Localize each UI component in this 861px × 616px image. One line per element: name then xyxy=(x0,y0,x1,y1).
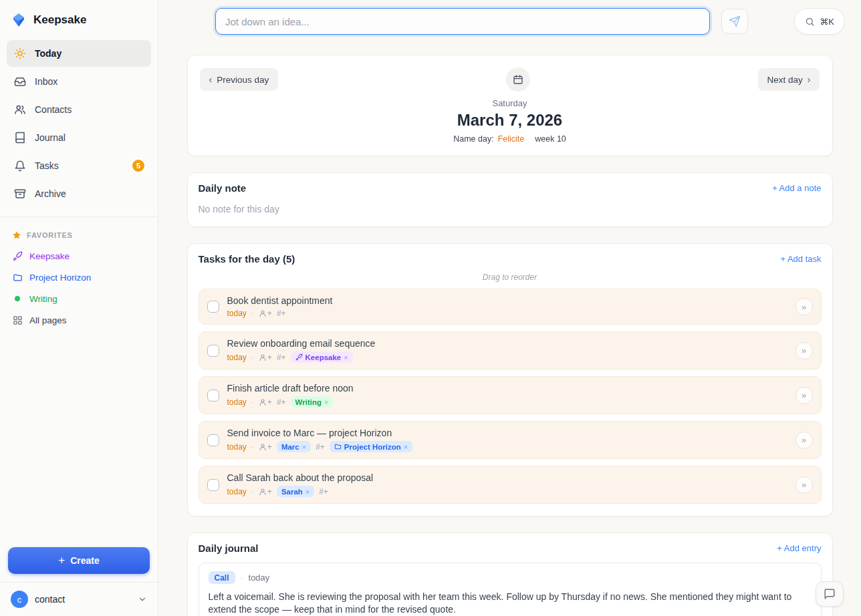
next-day-button[interactable]: Next day › xyxy=(758,68,820,91)
drag-to-reorder-hint: Drag to reorder xyxy=(199,273,822,282)
task-row[interactable]: Finish article draft before noon today ·… xyxy=(199,376,822,414)
task-checkbox[interactable] xyxy=(207,301,219,313)
archive-icon xyxy=(13,187,27,200)
create-button-label: Create xyxy=(70,555,100,566)
search-icon xyxy=(805,17,815,27)
favorite-item-writing[interactable]: Writing xyxy=(0,288,158,309)
calendar-button[interactable] xyxy=(506,67,530,92)
sidebar-item-contacts[interactable]: Contacts xyxy=(7,96,151,123)
sidebar: Keepsake Today Inbox Contacts Journal xyxy=(0,0,158,616)
task-row[interactable]: Send invoice to Marc — project Horizon t… xyxy=(199,421,822,459)
task-row[interactable]: Book dentist appointment today · + #+ » xyxy=(199,289,822,325)
add-person-button[interactable]: + xyxy=(259,353,272,362)
meta-separator: · xyxy=(251,398,254,407)
user-menu[interactable]: c contact xyxy=(0,582,158,616)
search-button[interactable]: ⌘K xyxy=(794,8,845,35)
person-tag-sarah[interactable]: Sarah × xyxy=(277,486,314,497)
date-nav-card: ‹ Previous day Next day › Saturday March… xyxy=(187,55,833,156)
expand-task-button[interactable]: » xyxy=(795,298,813,315)
task-title: Review onboarding email sequence xyxy=(227,338,787,349)
page-tag-project-horizon[interactable]: Project Horizon × xyxy=(330,441,412,452)
add-tag-button[interactable]: #+ xyxy=(277,398,286,407)
expand-task-button[interactable]: » xyxy=(795,476,813,494)
task-checkbox[interactable] xyxy=(207,345,219,357)
task-checkbox[interactable] xyxy=(207,434,219,446)
add-person-button[interactable]: + xyxy=(259,442,272,452)
add-tag-button[interactable]: #+ xyxy=(316,442,325,452)
sidebar-item-archive[interactable]: Archive xyxy=(7,180,151,207)
idea-input[interactable] xyxy=(215,8,710,35)
add-person-button[interactable]: + xyxy=(259,487,272,496)
sidebar-item-label: Contacts xyxy=(35,104,72,115)
expand-task-button[interactable]: » xyxy=(795,387,813,404)
add-person-button[interactable]: + xyxy=(259,398,272,407)
task-row[interactable]: Call Sarah back about the proposal today… xyxy=(199,466,822,504)
entry-text: Left a voicemail. She is reviewing the p… xyxy=(209,591,812,616)
task-title: Book dentist appointment xyxy=(227,295,787,306)
chevron-right-icon: › xyxy=(808,74,811,85)
sidebar-item-label: Today xyxy=(35,48,62,59)
sidebar-item-today[interactable]: Today xyxy=(7,40,151,67)
remove-tag-icon[interactable]: × xyxy=(344,353,348,361)
sidebar-item-label: Archive xyxy=(35,188,66,199)
task-checkbox[interactable] xyxy=(207,390,219,402)
task-row[interactable]: Review onboarding email sequence today ·… xyxy=(199,331,822,369)
tag-label: Sarah xyxy=(281,488,303,496)
topbar: ⌘K xyxy=(158,8,861,35)
task-date[interactable]: today xyxy=(227,353,247,362)
search-shortcut: ⌘K xyxy=(820,17,834,27)
rocket-icon xyxy=(12,251,23,261)
weekday-label: Saturday xyxy=(200,98,820,108)
page-tag-keepsake[interactable]: Keepsake × xyxy=(291,351,353,363)
page-tag-writing[interactable]: Writing × xyxy=(291,396,334,408)
sidebar-item-inbox[interactable]: Inbox xyxy=(7,68,151,95)
previous-day-button[interactable]: ‹ Previous day xyxy=(200,68,279,91)
journal-entry[interactable]: Call · today Left a voicemail. She is re… xyxy=(199,563,822,616)
task-date[interactable]: today xyxy=(227,487,247,496)
add-person-button[interactable]: + xyxy=(259,309,272,318)
task-date[interactable]: today xyxy=(227,398,247,407)
favorite-item-all-pages[interactable]: All pages xyxy=(0,309,158,331)
tag-label: Project Horizon xyxy=(344,443,401,451)
add-entry-link[interactable]: + Add entry xyxy=(777,543,821,553)
task-checkbox[interactable] xyxy=(207,479,219,491)
favorite-item-keepsake[interactable]: Keepsake xyxy=(0,245,158,267)
chat-button[interactable] xyxy=(816,581,844,607)
daily-note-card: Daily note + Add a note No note for this… xyxy=(187,172,833,227)
meta-separator: · xyxy=(251,442,254,452)
tasks-count-badge: 5 xyxy=(132,160,144,172)
sidebar-item-tasks[interactable]: Tasks 5 xyxy=(7,152,151,179)
sidebar-item-label: Inbox xyxy=(35,76,57,87)
remove-tag-icon[interactable]: × xyxy=(324,398,328,406)
favorites-header: FAVORITES xyxy=(0,216,158,245)
expand-task-button[interactable]: » xyxy=(795,342,813,359)
favorite-item-label: Keepsake xyxy=(29,251,70,261)
add-tag-button[interactable]: #+ xyxy=(277,353,286,362)
person-tag-marc[interactable]: Marc × xyxy=(277,441,311,452)
favorite-item-project-horizon[interactable]: Project Horizon xyxy=(0,267,158,288)
add-note-link[interactable]: + Add a note xyxy=(772,183,821,193)
bell-icon xyxy=(13,159,27,172)
sidebar-nav: Today Inbox Contacts Journal Tasks 5 xyxy=(0,37,158,207)
main-area: ⌘K ‹ Previous day Next day › xyxy=(158,0,861,616)
add-task-link[interactable]: + Add task xyxy=(780,254,821,264)
task-date[interactable]: today xyxy=(227,442,247,452)
favorite-item-label: Project Horizon xyxy=(29,273,91,283)
remove-tag-icon[interactable]: × xyxy=(302,443,306,451)
calendar-icon xyxy=(513,74,523,85)
remove-tag-icon[interactable]: × xyxy=(305,488,310,496)
send-button[interactable] xyxy=(721,9,748,34)
plus-icon: + xyxy=(58,554,65,567)
add-tag-button[interactable]: #+ xyxy=(319,487,328,496)
sidebar-item-journal[interactable]: Journal xyxy=(7,124,151,151)
remove-tag-icon[interactable]: × xyxy=(404,443,408,451)
expand-task-button[interactable]: » xyxy=(795,432,813,449)
add-tag-button[interactable]: #+ xyxy=(277,309,286,318)
chevron-left-icon: ‹ xyxy=(209,74,213,85)
content-column: ‹ Previous day Next day › Saturday March… xyxy=(187,55,833,616)
green-dot-icon xyxy=(12,293,23,304)
chat-bubble-icon xyxy=(824,588,836,600)
create-button[interactable]: + Create xyxy=(8,547,150,574)
task-date[interactable]: today xyxy=(227,309,247,318)
keepsake-logo-icon xyxy=(11,12,27,28)
